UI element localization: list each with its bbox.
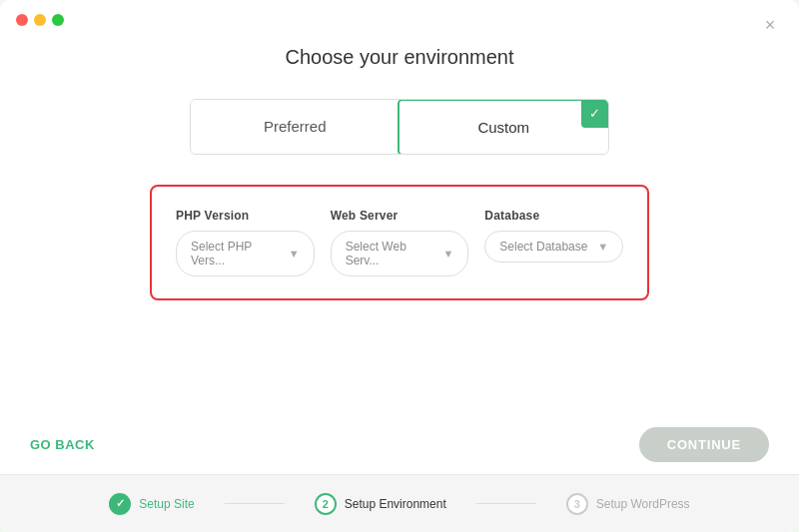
php-version-dropdown[interactable]: Select PHP Vers... ▼ (176, 231, 315, 276)
custom-tab-label: Custom (477, 119, 529, 136)
webserver-placeholder: Select Web Serv... (346, 240, 437, 267)
go-back-button[interactable]: GO BACK (30, 437, 95, 452)
step-connector-1 (225, 503, 285, 504)
traffic-lights (16, 14, 64, 26)
step-3-circle: 3 (566, 493, 588, 515)
php-version-group: PHP Version Select PHP Vers... ▼ (176, 209, 315, 276)
minimize-traffic-light[interactable] (34, 14, 46, 26)
tab-preferred[interactable]: Preferred (191, 100, 400, 154)
webserver-label: Web Server (331, 209, 469, 223)
step-2-circle: 2 (315, 493, 337, 515)
dropdowns-panel: PHP Version Select PHP Vers... ▼ Web Ser… (150, 185, 649, 300)
database-placeholder: Select Database (499, 240, 587, 254)
action-bar: GO BACK CONTINUE (0, 414, 799, 474)
tab-custom[interactable]: Custom ✓ (398, 99, 609, 155)
environment-toggle: Preferred Custom ✓ (190, 99, 609, 155)
step-setup-environment: 2 Setup Environment (285, 493, 476, 515)
active-check-badge: ✓ (581, 100, 609, 128)
database-label: Database (484, 209, 623, 223)
step-2-label: Setup Environment (345, 497, 446, 511)
close-button[interactable]: × (759, 14, 781, 36)
page-title: Choose your environment (285, 46, 513, 69)
maximize-traffic-light[interactable] (52, 14, 64, 26)
stepper-footer: ✓ Setup Site 2 Setup Environment 3 Setup… (0, 474, 799, 532)
php-label: PHP Version (176, 209, 315, 223)
step-1-circle: ✓ (109, 493, 131, 515)
php-chevron-icon: ▼ (289, 248, 300, 260)
close-traffic-light[interactable] (16, 14, 28, 26)
main-window: × Choose your environment Preferred Cust… (0, 0, 799, 532)
step-3-label: Setup WordPress (596, 497, 690, 511)
webserver-group: Web Server Select Web Serv... ▼ (331, 209, 469, 276)
php-placeholder: Select PHP Vers... (191, 240, 283, 267)
webserver-dropdown[interactable]: Select Web Serv... ▼ (331, 231, 469, 276)
continue-button[interactable]: CONTINUE (639, 427, 769, 462)
step-setup-site: ✓ Setup Site (79, 493, 224, 515)
step-setup-wordpress: 3 Setup WordPress (536, 493, 720, 515)
step-1-label: Setup Site (139, 497, 194, 511)
database-dropdown[interactable]: Select Database ▼ (484, 231, 623, 263)
preferred-tab-label: Preferred (264, 118, 327, 135)
database-chevron-icon: ▼ (597, 241, 608, 253)
webserver-chevron-icon: ▼ (442, 248, 453, 260)
main-content: Choose your environment Preferred Custom… (0, 26, 799, 414)
database-group: Database Select Database ▼ (484, 209, 623, 276)
title-bar: × (0, 0, 799, 26)
step-connector-2 (476, 503, 536, 504)
